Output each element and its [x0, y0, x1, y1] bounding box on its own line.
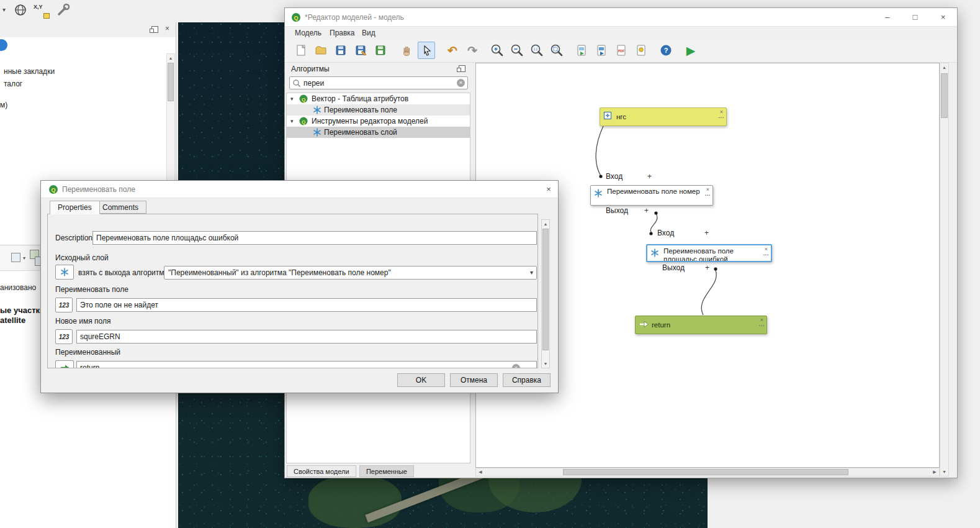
source-layer-combo[interactable]: "Переименованный" из алгоритма "Переимен… — [164, 266, 537, 280]
zoom-out-icon[interactable] — [508, 42, 526, 59]
algorithm-search[interactable]: × — [289, 76, 468, 89]
canvas-vertical-scrollbar[interactable]: ▲ ▼ — [940, 63, 949, 476]
ok-button[interactable]: OK — [397, 373, 445, 387]
export-pdf-icon[interactable]: PDF — [613, 42, 630, 59]
rename-field-input[interactable] — [76, 298, 537, 312]
tree-item-rename-layer[interactable]: Переименовать слой — [287, 127, 470, 138]
node-dots-icon[interactable]: ••• — [705, 193, 711, 197]
renamed-label: Переименованный — [55, 348, 120, 357]
tree-group-vector[interactable]: ▾ Q Вектор - Таблица атрибутов — [287, 93, 470, 104]
export-image-icon[interactable] — [573, 42, 590, 59]
input-parameter-icon — [603, 111, 612, 122]
caret-down-icon[interactable]: ▾ — [23, 255, 25, 261]
add-port-icon[interactable]: + — [647, 172, 652, 181]
cancel-button[interactable]: Отмена — [450, 373, 498, 387]
search-input[interactable] — [303, 78, 452, 88]
clear-search-icon[interactable]: × — [457, 79, 465, 87]
scroll-up-icon[interactable]: ▲ — [940, 63, 948, 71]
scrollbar-thumb[interactable] — [168, 63, 174, 101]
zoom-in-icon[interactable] — [488, 42, 506, 59]
panel-item[interactable]: м) — [0, 101, 7, 109]
tab-variables[interactable]: Переменные — [359, 465, 414, 477]
model-node-rename-field-area[interactable]: Переименовать поле площадьс ошибкой × ••… — [646, 244, 772, 262]
zoom-full-icon[interactable] — [548, 42, 565, 59]
caret-down-icon[interactable]: ▾ — [290, 93, 294, 104]
tab-properties[interactable]: Properties — [50, 201, 100, 214]
node-label: return — [652, 318, 754, 332]
close-button[interactable]: × — [929, 8, 957, 27]
canvas-horizontal-scrollbar[interactable]: ◀ ▶ — [475, 468, 940, 476]
scroll-up-icon[interactable]: ▲ — [542, 220, 549, 228]
float-panel-icon[interactable] — [151, 26, 158, 33]
scroll-down-icon[interactable]: ▼ — [940, 468, 948, 476]
panel-item[interactable]: нные закладки — [4, 67, 55, 76]
export-script-icon[interactable] — [632, 42, 650, 59]
menu-model[interactable]: Модель — [295, 27, 321, 39]
zoom-actual-icon[interactable]: 1:1 — [528, 42, 546, 59]
model-node-output-return[interactable]: return × ••• — [635, 316, 767, 334]
scroll-up-icon[interactable]: ▲ — [167, 54, 174, 62]
undo-icon[interactable]: ↶ — [444, 42, 461, 59]
menu-view[interactable]: Вид — [362, 27, 375, 39]
dialog-scrollbar[interactable]: ▲ ▼ — [541, 219, 550, 368]
run-model-icon[interactable]: ▶ — [682, 42, 699, 59]
model-node-input[interactable]: нгс × ••• — [600, 107, 727, 126]
new-model-icon[interactable] — [292, 42, 310, 59]
add-port-icon[interactable]: + — [705, 263, 709, 272]
source-mode-label: взять с выхода алгоритма — [78, 268, 168, 277]
close-panel-icon[interactable]: × — [165, 24, 169, 33]
node-dots-icon[interactable]: ••• — [719, 116, 724, 119]
save-model-icon[interactable] — [332, 42, 349, 59]
algorithm-output-icon-button[interactable] — [55, 265, 74, 280]
dialog-titlebar[interactable]: Q Переименовать поле × — [41, 181, 558, 198]
node-close-icon[interactable]: × — [765, 246, 768, 252]
scroll-left-icon[interactable]: ◀ — [476, 468, 485, 476]
scrollbar-thumb[interactable] — [941, 73, 948, 118]
add-port-icon[interactable]: + — [644, 206, 649, 215]
description-input[interactable] — [92, 231, 537, 245]
legend-filter-icon[interactable] — [11, 253, 20, 262]
scrollbar-thumb[interactable] — [563, 469, 848, 475]
layer-label[interactable]: atellite — [0, 316, 25, 325]
node-close-icon[interactable]: × — [760, 317, 763, 323]
layer-label[interactable]: анизовано — [0, 283, 36, 292]
minimize-button[interactable]: – — [873, 8, 901, 27]
maximize-button[interactable]: □ — [901, 8, 929, 27]
scrollbar-thumb[interactable] — [542, 229, 549, 350]
node-label: Переименовать поле площадьс ошибкой — [663, 247, 758, 262]
help-button[interactable]: Справка — [503, 373, 551, 387]
close-dialog-icon[interactable]: × — [539, 181, 558, 198]
scroll-right-icon[interactable]: ▶ — [930, 468, 939, 476]
wrench-icon[interactable] — [56, 2, 71, 19]
clear-value-icon[interactable]: × — [512, 364, 520, 368]
titlebar[interactable]: Q *Редактор моделей - модель – □ × — [285, 8, 957, 27]
tree-group-modeler-tools[interactable]: ▾ Q Инструменты редактора моделей — [287, 116, 470, 127]
globe-icon[interactable] — [14, 3, 27, 19]
help-icon[interactable]: ? — [657, 42, 675, 59]
node-close-icon[interactable]: × — [706, 186, 709, 193]
panel-item[interactable]: талог — [4, 80, 22, 88]
add-port-icon[interactable]: + — [704, 229, 709, 237]
node-close-icon[interactable]: × — [720, 109, 723, 115]
tree-item-rename-field[interactable]: Переименовать поле — [287, 104, 470, 116]
caret-down-icon[interactable]: ▾ — [290, 116, 294, 127]
export-svg-icon[interactable] — [593, 42, 610, 59]
tab-model-properties[interactable]: Свойства модели — [287, 465, 356, 477]
tab-comments[interactable]: Comments — [94, 201, 146, 214]
save-model-as-icon[interactable] — [352, 42, 369, 59]
node-dots-icon[interactable]: ••• — [763, 253, 769, 257]
toolbar-dropdown-caret-icon[interactable]: ▾ — [2, 6, 6, 13]
menu-edit[interactable]: Правка — [330, 27, 355, 39]
pan-tool-icon[interactable] — [398, 42, 415, 59]
float-panel-icon[interactable] — [459, 65, 465, 72]
model-node-rename-field-number[interactable]: Переименовать поле номер × ••• — [590, 185, 713, 206]
save-model-in-project-icon[interactable] — [372, 42, 389, 59]
node-dots-icon[interactable]: ••• — [759, 324, 765, 327]
open-model-icon[interactable] — [312, 42, 330, 59]
select-tool-icon[interactable] — [418, 42, 435, 59]
redo-icon[interactable]: ↷ — [464, 42, 481, 59]
new-name-input[interactable] — [76, 330, 537, 344]
scroll-down-icon[interactable]: ▼ — [542, 360, 549, 368]
renamed-input[interactable]: return × — [76, 361, 537, 368]
coordinate-capture-icon[interactable]: X,Y — [34, 4, 50, 19]
